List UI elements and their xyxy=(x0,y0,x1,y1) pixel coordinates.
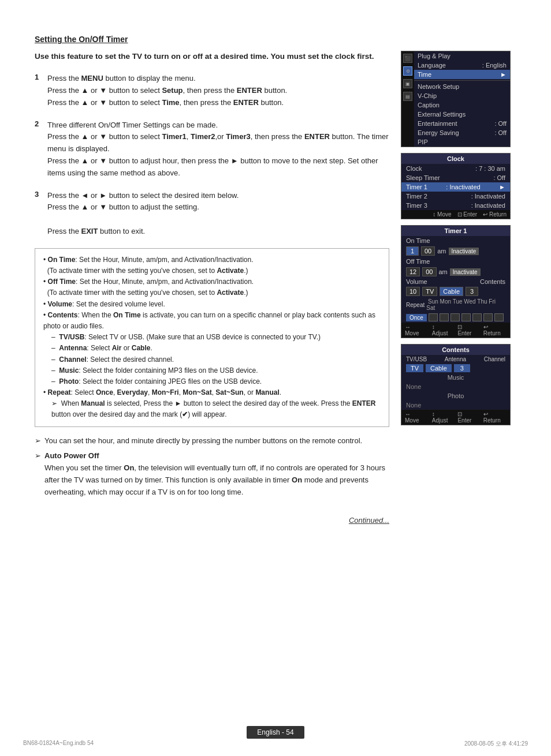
timer1-off-min: 00 xyxy=(422,267,436,276)
timer1-cable-num: 3 xyxy=(466,287,478,296)
setup-row-external: External Settings xyxy=(414,110,510,119)
contents-music-none: None xyxy=(401,382,510,391)
timer1-day-mon[interactable] xyxy=(440,313,449,321)
setup-row-entertainment: Entertainment: Off xyxy=(414,119,510,128)
timer1-volume: 10 xyxy=(406,287,420,296)
timer1-on-status[interactable]: Inactivate xyxy=(449,248,479,255)
contents-tv-row: TV Cable 3 xyxy=(401,364,510,373)
tip-arrow-1: ➢ xyxy=(35,435,41,447)
contents-tv: TV xyxy=(406,364,423,372)
contents-footer-return: ↩ Return xyxy=(483,411,507,424)
timer1-vol-contents-row: 10 TV Cable 3 xyxy=(401,286,510,297)
footer-badge: English - 54 xyxy=(247,726,304,739)
clock-footer-enter: ⊡ Enter xyxy=(457,211,478,218)
timer1-day-fri[interactable] xyxy=(483,313,493,321)
timer1-day-sat[interactable] xyxy=(494,313,504,321)
timer1-repeat-row: Repeat Sun Mon Tue Wed Thu Fri Sat xyxy=(401,297,510,312)
bottom-meta-left: BN68-01824A~Eng.indb 54 xyxy=(23,740,94,748)
contents-footer-adjust: ↕ Adjust xyxy=(432,411,452,424)
timer1-panel-footer: ↔ Move ↕ Adjust ⊡ Enter ↩ Return xyxy=(401,323,510,338)
step-3-text: Press the ◄ or ► button to select the de… xyxy=(47,190,389,238)
timer1-footer-adjust: ↕ Adjust xyxy=(432,324,452,336)
step-1-text: Press the MENU button to display the men… xyxy=(47,73,389,108)
section-title: Setting the On/Off Timer xyxy=(35,35,516,44)
contents-cable: Cable xyxy=(426,364,452,372)
tip-1-text: You can set the hour, and minute directl… xyxy=(44,435,389,447)
tip-arrow-2: ➢ xyxy=(35,450,41,462)
clock-footer-move: ↕ Move xyxy=(433,211,451,218)
tip-2: ➢ Auto Power Off When you set the timer … xyxy=(35,450,389,498)
timer1-day-thu[interactable] xyxy=(472,313,482,321)
contents-footer-enter: ⊡ Enter xyxy=(457,411,477,424)
contents-photo-none: None xyxy=(401,401,510,410)
bottom-meta: BN68-01824A~Eng.indb 54 2008-08-05 오후 4:… xyxy=(23,740,528,748)
icon-sound: ▤ xyxy=(403,92,412,101)
icon-picture: ▣ xyxy=(403,79,412,88)
setup-menu-panel: ⬛ ⚙ ▣ ▤ Plug & Play Language: English Ti… xyxy=(401,51,511,147)
page: Setting the On/Off Timer Use this featur… xyxy=(0,0,551,756)
setup-sidebar: ⬛ ⚙ ▣ ▤ Plug & Play Language: English Ti… xyxy=(401,51,510,147)
timer1-off-ampm: am xyxy=(439,268,448,275)
setup-row-language: Language: English xyxy=(414,61,510,70)
contents-ch: 3 xyxy=(454,364,470,372)
timer1-day-sun[interactable] xyxy=(429,313,438,321)
clock-row-clock: Clock: 7 : 30 am xyxy=(401,164,510,173)
timer1-vol-contents-labels: Volume Contents xyxy=(401,278,510,286)
setup-icons: ⬛ ⚙ ▣ ▤ xyxy=(401,51,414,147)
timer1-cable: Cable xyxy=(440,287,463,296)
clock-footer-return: ↩ Return xyxy=(483,211,507,218)
timer1-tv: TV xyxy=(422,287,437,296)
clock-panel-title: Clock xyxy=(401,154,510,164)
clock-row-timer3: Timer 3: Inactivated xyxy=(401,201,510,210)
timer1-on-ampm: am xyxy=(437,248,446,255)
timer1-repeat-label: Repeat xyxy=(406,302,425,308)
timer1-footer-enter: ⊡ Enter xyxy=(457,324,477,336)
timer1-days-row: Once xyxy=(401,312,510,323)
setup-divider xyxy=(414,80,510,81)
step-2: 2 Three different On/Off Timer Settings … xyxy=(35,119,389,179)
timer1-offtime-row: 12 00 am Inactivate xyxy=(401,266,510,278)
tip-1: ➢ You can set the hour, and minute direc… xyxy=(35,435,389,447)
timer1-on-hour: 1 xyxy=(406,246,419,256)
timer1-ontime-row: 1 00 am Inactivate xyxy=(401,245,510,257)
timer1-footer-return: ↩ Return xyxy=(483,324,507,336)
bottom-meta-right: 2008-08-05 오후 4:41:29 xyxy=(464,740,528,748)
setup-row-time: Time► xyxy=(414,70,510,79)
contents-footer-move: ↔ Move xyxy=(405,411,426,424)
timer1-panel: Timer 1 On Time 1 00 am Inactivate Off T… xyxy=(401,225,511,338)
clock-panel-footer: ↕ Move ⊡ Enter ↩ Return xyxy=(401,210,510,219)
tip-2-text: Auto Power Off When you set the timer On… xyxy=(44,450,389,498)
timer1-footer-move: ↔ Move xyxy=(405,324,426,336)
right-column: ⬛ ⚙ ▣ ▤ Plug & Play Language: English Ti… xyxy=(401,51,516,525)
timer1-offtime-label: Off Time xyxy=(401,257,510,266)
timer1-day-wed[interactable] xyxy=(461,313,471,321)
setup-row-pip: PIP xyxy=(414,137,510,147)
timer1-on-min: 00 xyxy=(421,246,435,256)
clock-row-timer2: Timer 2: Inactivated xyxy=(401,192,510,201)
timer1-ontime-label: On Time xyxy=(401,236,510,245)
step-2-text: Three different On/Off Timer Settings ca… xyxy=(47,119,389,179)
setup-row-caption: Caption xyxy=(414,100,510,110)
step-3: 3 Press the ◄ or ► button to select the … xyxy=(35,190,389,238)
timer1-day-tue[interactable] xyxy=(451,313,460,321)
step-num-2: 2 xyxy=(35,119,47,179)
contents-header-row: TV/USB Antenna Channel xyxy=(401,355,510,364)
timer1-off-status[interactable]: Inactivate xyxy=(450,268,481,276)
timer1-once-btn[interactable]: Once xyxy=(406,314,427,321)
continued-text: Continued... xyxy=(35,516,389,525)
setup-row-plugplay: Plug & Play xyxy=(414,51,510,61)
step-num-1: 1 xyxy=(35,73,47,108)
contents-photo-label: Photo xyxy=(401,391,510,401)
step-num-3: 3 xyxy=(35,190,47,238)
clock-row-timer1: Timer 1: Inactivated► xyxy=(401,182,510,192)
setup-row-network: Network Setup xyxy=(414,82,510,91)
contents-music-label: Music xyxy=(401,373,510,382)
icon-setup: ⚙ xyxy=(403,66,412,76)
left-column: Use this feature to set the TV to turn o… xyxy=(35,51,389,525)
setup-row-vchip: V-Chip xyxy=(414,91,510,100)
setup-row-energy: Energy Saving: Off xyxy=(414,128,510,137)
timer1-off-hour: 12 xyxy=(406,267,420,276)
tip-box: • On Time: Set the Hour, Minute, am/pm, … xyxy=(35,248,389,427)
step-1: 1 Press the MENU button to display the m… xyxy=(35,73,389,108)
icon-input: ⬛ xyxy=(403,54,412,63)
